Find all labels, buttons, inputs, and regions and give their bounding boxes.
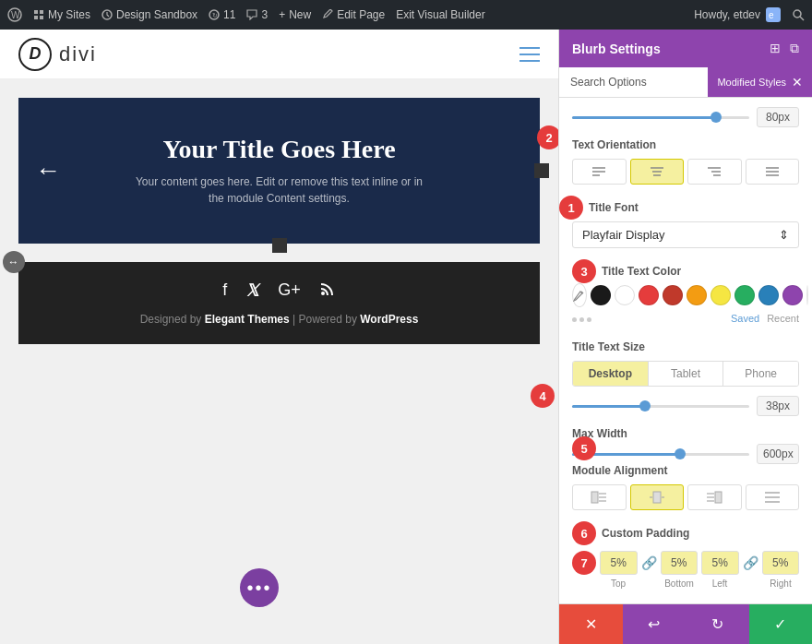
settings-panel: Blurb Settings ⊞ ⧉ Search Options Modifi… [558,30,812,644]
rss-icon[interactable] [319,280,336,302]
slider-value-1[interactable]: 80px [757,107,799,127]
updates-count: 11 [223,8,235,21]
panel-expand-icon[interactable]: ⧉ [790,41,799,56]
color-white[interactable] [615,285,635,305]
slider-track-1[interactable] [572,116,749,119]
svg-point-13 [321,292,325,295]
slider-fill-1 [572,116,714,119]
orient-btn-right[interactable] [687,159,742,185]
save-button[interactable]: ✓ [749,604,813,644]
color-purple[interactable] [782,285,803,305]
svg-text:↻: ↻ [212,12,218,18]
padding-left-input[interactable]: 5% [701,551,739,575]
title-size-slider-thumb[interactable] [639,400,651,411]
slider-thumb-1[interactable] [710,112,722,123]
design-sandbox-label: Design Sandbox [116,8,197,21]
hamburger-menu[interactable] [519,47,540,62]
color-pencil-btn[interactable] [572,283,587,307]
recent-link[interactable]: Recent [767,313,799,324]
facebook-icon[interactable]: f [222,280,227,302]
search-options-btn[interactable]: Search Options [559,68,708,96]
redo-button[interactable]: ↻ [686,604,749,644]
orient-btn-justify[interactable] [746,159,800,185]
tab-tablet[interactable]: Tablet [649,362,724,386]
design-sandbox[interactable]: Design Sandbox [102,8,197,21]
align-justify-btn[interactable] [746,484,800,510]
padding-labels-row: Top Bottom Left Right [600,578,799,589]
title-text-size-label: Title Text Size [572,340,799,353]
cancel-icon: ✕ [585,615,597,633]
slider-row-1: 80px [572,107,799,127]
font-dropdown[interactable]: Playfair Display ⇕ [572,221,799,248]
updates[interactable]: ↻ 11 [209,8,235,21]
svg-rect-26 [591,492,598,503]
padding-bottom-input[interactable]: 5% [661,551,699,575]
orient-btn-left[interactable] [572,159,627,185]
title-font-label: Title Font [572,201,799,214]
color-orange[interactable] [687,285,707,305]
google-plus-icon[interactable]: G+ [278,280,301,302]
my-sites[interactable]: My Sites [33,8,90,21]
align-left-btn[interactable] [572,484,627,510]
dots-icon: ••• [246,578,271,599]
twitter-icon[interactable]: 𝕏 [245,280,259,302]
panel-header-icons: ⊞ ⧉ [770,41,799,56]
search-icon[interactable] [792,8,805,21]
resize-handle-bottom[interactable] [272,238,287,253]
search-options-label: Search Options [570,76,647,89]
color-yellow[interactable] [710,285,731,305]
title-size-slider-track[interactable] [572,405,749,408]
color-dark-red[interactable] [663,285,683,305]
cancel-button[interactable]: ✕ [559,604,623,644]
new-item[interactable]: + New [279,8,311,21]
hamburger-line-1 [519,47,540,49]
align-right-btn[interactable] [687,484,742,510]
hero-content: Your Title Goes Here Your content goes h… [132,135,427,207]
padding-top-input[interactable]: 5% [600,551,638,575]
tab-desktop[interactable]: Desktop [573,362,649,386]
undo-button[interactable]: ↩ [623,604,687,644]
padding-link-icon-1[interactable]: 🔗 [641,555,657,570]
tab-phone[interactable]: Phone [723,362,798,386]
svg-line-12 [800,17,804,20]
color-black[interactable] [591,285,611,305]
comments[interactable]: 3 [246,8,268,21]
resize-handle-right[interactable] [534,163,549,178]
title-text-color-row: 3 Title Text Color [572,259,799,283]
wp-logo[interactable]: W [7,7,22,22]
hero-text[interactable]: Your content goes here. Edit or remove t… [132,173,427,207]
step-7-label: 7 [572,551,596,575]
padding-right-input[interactable]: 5% [762,551,800,575]
color-blue[interactable] [758,285,779,305]
divi-logo[interactable]: D divi [18,38,97,71]
modified-styles-btn[interactable]: Modified Styles ✕ [708,67,812,97]
panel-title: Blurb Settings [572,42,661,56]
logo-text: divi [59,42,97,66]
edit-page-label: Edit Page [337,8,385,21]
floating-dots-button[interactable]: ••• [240,568,279,607]
exit-visual-builder[interactable]: Exit Visual Builder [396,8,485,21]
hero-title[interactable]: Your Title Goes Here [132,135,427,164]
edit-page[interactable]: Edit Page [322,8,385,21]
orient-btn-center[interactable] [630,159,685,185]
device-tabs: Desktop Tablet Phone [572,361,799,387]
text-orientation-label: Text Orientation [572,138,799,151]
hero-section[interactable]: ← Your Title Goes Here Your content goes… [18,98,540,244]
color-gradient[interactable] [806,285,808,305]
align-center-btn[interactable] [630,484,685,510]
bottom-label: Bottom [661,578,698,589]
svg-point-11 [794,10,801,18]
svg-text:W: W [11,10,20,20]
wordpress: WordPress [360,313,418,326]
color-red[interactable] [639,285,659,305]
resize-bar[interactable]: ↔ [3,251,25,273]
saved-recent: Saved Recent [731,313,799,324]
saved-link[interactable]: Saved [731,313,759,324]
panel-settings-icon[interactable]: ⊞ [770,41,781,56]
orientation-buttons [572,159,799,185]
title-size-value[interactable]: 38px [757,396,799,416]
color-green[interactable] [734,285,755,305]
hero-back-arrow[interactable]: ← [35,156,61,185]
close-modified-icon[interactable]: ✕ [792,75,803,89]
padding-link-icon-2[interactable]: 🔗 [743,555,758,570]
